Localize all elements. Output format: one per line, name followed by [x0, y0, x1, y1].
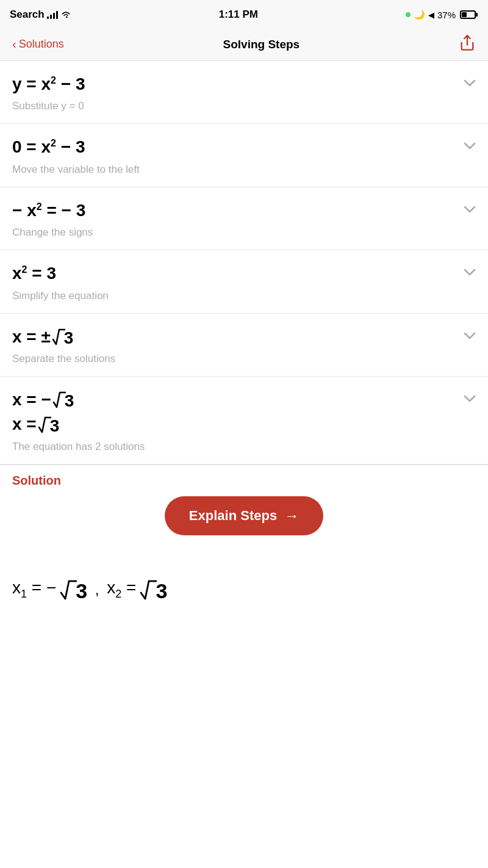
solution-x2-label: x2 = — [107, 578, 136, 601]
step-4-equation: x2 = 3 — [12, 262, 476, 284]
solution-comma: , — [91, 581, 103, 598]
step-1-equation: y = x2 − 3 — [12, 73, 476, 95]
wifi-icon — [60, 10, 71, 19]
step-6-equation-line1: x = − 3 — [12, 389, 476, 411]
status-indicators: 🌙 ◀ 37% — [406, 9, 476, 20]
chevron-down-icon — [464, 140, 476, 152]
solution-x1-label: x1 = − — [12, 578, 56, 601]
bottom-content: Solution Explain Steps → x1 = − 3 , x2 = — [12, 474, 476, 601]
step-2-equation: 0 = x2 − 3 — [12, 136, 476, 158]
step-5[interactable]: x = ± 3 Separate the solutions — [0, 314, 488, 377]
step-2[interactable]: 0 = x2 − 3 Move the variable to the left — [0, 124, 488, 187]
back-button[interactable]: ‹ Solutions — [12, 37, 64, 51]
step-4[interactable]: x2 = 3 Simplify the equation — [0, 250, 488, 313]
step-1-description: Substitute y = 0 — [12, 100, 476, 112]
battery-percent: 37% — [437, 10, 456, 20]
step-4-description: Simplify the equation — [12, 290, 476, 302]
status-carrier: Search — [10, 9, 71, 21]
chevron-down-icon — [464, 330, 476, 342]
solution-equation-row: x1 = − 3 , x2 = 3 — [12, 572, 476, 601]
solution-label: Solution — [12, 474, 476, 488]
explain-steps-button[interactable]: Explain Steps → — [165, 496, 323, 535]
chevron-down-icon — [464, 392, 476, 405]
step-2-description: Move the variable to the left — [12, 164, 476, 176]
step-5-description: Separate the solutions — [12, 353, 476, 365]
status-bar: Search 1:11 PM 🌙 ◀ 37% — [0, 0, 488, 28]
bottom-bar: Solution Explain Steps → x1 = − 3 , x2 = — [0, 465, 488, 607]
step-6[interactable]: x = − 3 x = 3 The equation has 2 solutio… — [0, 377, 488, 465]
moon-icon: 🌙 — [414, 9, 425, 20]
step-5-equation: x = ± 3 — [12, 326, 476, 348]
page-title: Solving Steps — [223, 38, 300, 51]
location-icon: ◀ — [428, 10, 434, 20]
share-button[interactable] — [459, 34, 476, 55]
step-6-description: The equation has 2 solutions — [12, 441, 476, 453]
battery-icon — [460, 10, 476, 19]
nav-bar: ‹ Solutions Solving Steps — [0, 28, 488, 61]
green-dot-icon — [406, 12, 411, 17]
arrow-right-icon: → — [284, 507, 299, 524]
chevron-down-icon — [464, 203, 476, 215]
chevron-down-icon — [464, 77, 476, 89]
chevron-left-icon: ‹ — [12, 37, 16, 51]
step-6-equation-line2: x = 3 — [12, 413, 476, 435]
explain-steps-label: Explain Steps — [189, 508, 277, 524]
step-3[interactable]: − x2 = − 3 Change the signs — [0, 187, 488, 250]
chevron-down-icon — [464, 266, 476, 278]
status-time: 1:11 PM — [219, 9, 258, 21]
signal-icon — [47, 10, 58, 19]
steps-content: y = x2 − 3 Substitute y = 0 0 = x2 − 3 M… — [0, 61, 488, 465]
step-3-description: Change the signs — [12, 226, 476, 239]
step-3-equation: − x2 = − 3 — [12, 200, 476, 222]
step-1[interactable]: y = x2 − 3 Substitute y = 0 — [0, 61, 488, 124]
back-label: Solutions — [19, 38, 64, 51]
